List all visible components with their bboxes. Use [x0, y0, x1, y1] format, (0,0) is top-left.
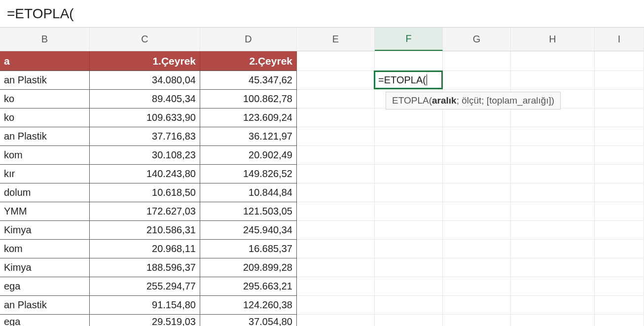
cell-D[interactable]: 45.347,62	[200, 71, 297, 90]
active-cell[interactable]: =ETOPLA(	[374, 71, 443, 89]
table-row: kom 30.108,23 20.902,49	[0, 146, 644, 165]
col-header-G[interactable]: G	[443, 28, 511, 51]
header-B[interactable]: a	[0, 51, 90, 71]
cell-C[interactable]: 34.080,04	[90, 71, 200, 90]
table-row: kom 20.968,11 16.685,37	[0, 240, 644, 258]
table-row: an Plastik 91.154,80 124.260,38	[0, 296, 644, 315]
col-header-F[interactable]: F	[375, 28, 443, 51]
text-cursor	[427, 74, 427, 85]
function-tooltip[interactable]: ETOPLA(aralık; ölçüt; [toplam_aralığı])	[386, 92, 561, 109]
table-row: ega 29.519,03 37.054,80	[0, 315, 644, 326]
formula-bar[interactable]: =ETOPLA(	[0, 0, 644, 28]
col-header-C[interactable]: C	[90, 28, 200, 51]
cell-F1[interactable]	[375, 51, 443, 71]
table-row: an Plastik 37.716,83 36.121,97	[0, 127, 644, 146]
table-row: ega 255.294,77 295.663,21	[0, 277, 644, 296]
cell-H1[interactable]	[511, 51, 595, 71]
table-row: an Plastik 34.080,04 45.347,62	[0, 71, 644, 90]
header-C[interactable]: 1.Çeyrek	[90, 51, 200, 71]
col-header-I[interactable]: I	[595, 28, 644, 51]
cell-G1[interactable]	[443, 51, 511, 71]
col-header-E[interactable]: E	[297, 28, 375, 51]
col-header-B[interactable]: B	[0, 28, 90, 51]
table-header-row: a 1.Çeyrek 2.Çeyrek	[0, 51, 644, 71]
spreadsheet-grid[interactable]: a 1.Çeyrek 2.Çeyrek an Plastik 34.080,04…	[0, 51, 644, 326]
table-row: YMM 172.627,03 121.503,05	[0, 202, 644, 221]
col-header-D[interactable]: D	[200, 28, 297, 51]
formula-bar-text: =ETOPLA(	[7, 6, 74, 22]
col-header-H[interactable]: H	[511, 28, 595, 51]
tooltip-current-arg[interactable]: aralık	[432, 95, 457, 106]
active-cell-text: =ETOPLA(	[378, 74, 426, 86]
table-row: ko 109.633,90 123.609,24	[0, 109, 644, 127]
tooltip-fn: ETOPLA	[392, 95, 429, 106]
column-headers: B C D E F G H I	[0, 28, 644, 51]
cell-I1[interactable]	[595, 51, 644, 71]
cell-E1[interactable]	[297, 51, 375, 71]
cell-B[interactable]: an Plastik	[0, 71, 90, 90]
tooltip-rest[interactable]: ; ölçüt; [toplam_aralığı])	[457, 95, 555, 106]
table-row: dolum 10.618,50 10.844,84	[0, 183, 644, 202]
table-row: Kimya 210.586,31 245.940,34	[0, 221, 644, 240]
header-D[interactable]: 2.Çeyrek	[200, 51, 297, 71]
table-row: Kimya 188.596,37 209.899,28	[0, 258, 644, 277]
table-row: kır 140.243,80 149.826,52	[0, 165, 644, 183]
